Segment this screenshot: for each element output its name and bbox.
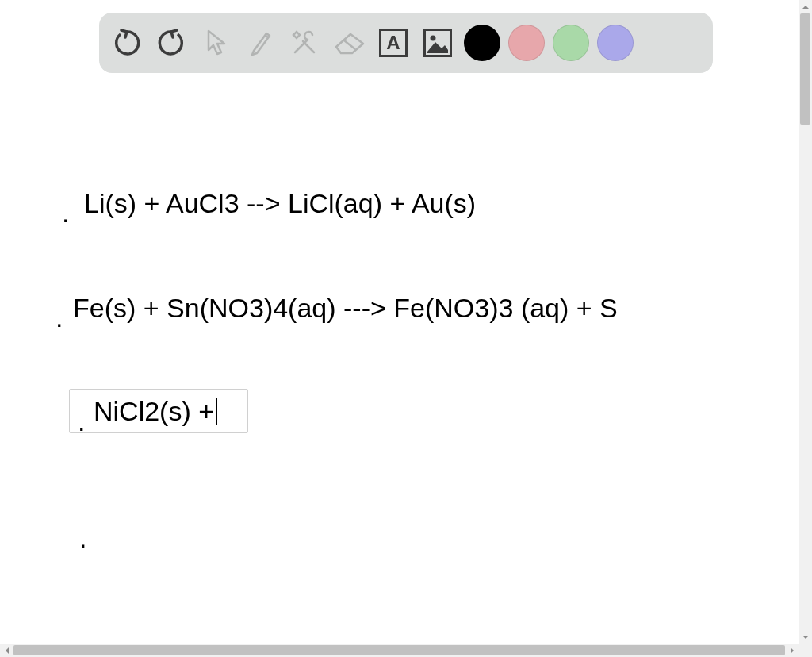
equation-2[interactable]: Fe(s) + Sn(NO3)4(aq) ---> Fe(NO3)3 (aq) …: [73, 294, 618, 323]
redo-icon: [156, 28, 186, 58]
color-green-swatch: [553, 25, 589, 61]
horizontal-scrollbar[interactable]: [0, 644, 799, 657]
equation-1[interactable]: Li(s) + AuCl3 --> LiCl(aq) + Au(s): [84, 189, 476, 218]
chevron-down-icon: [802, 633, 810, 641]
svg-point-2: [431, 36, 436, 41]
vertical-scroll-thumb[interactable]: [800, 13, 810, 125]
chevron-left-icon: [3, 647, 11, 655]
svg-line-1: [344, 40, 355, 49]
text-icon-label: A: [386, 32, 400, 54]
undo-button[interactable]: [107, 17, 147, 68]
color-purple-swatch: [597, 25, 634, 61]
horizontal-scroll-thumb[interactable]: [13, 645, 785, 655]
eraser-icon: [331, 29, 366, 56]
pointer-button[interactable]: [196, 17, 236, 68]
undo-icon: [112, 28, 142, 58]
color-pink-button[interactable]: [507, 17, 546, 68]
color-green-button[interactable]: [551, 17, 591, 68]
pencil-button[interactable]: [240, 17, 280, 68]
image-icon: [423, 29, 452, 57]
vertical-scrollbar[interactable]: [799, 0, 812, 644]
color-purple-button[interactable]: [596, 17, 635, 68]
redo-button[interactable]: [151, 17, 191, 68]
chevron-up-icon: [802, 3, 810, 11]
equation-3[interactable]: NiCl2(s) +: [94, 397, 217, 426]
whiteboard-app: A: [0, 0, 812, 657]
tools-button[interactable]: [285, 17, 324, 68]
color-black-swatch: [464, 25, 500, 61]
toolbar: A: [99, 13, 713, 73]
scroll-area: A: [0, 0, 799, 644]
color-black-button[interactable]: [462, 17, 502, 68]
color-pink-swatch: [508, 25, 545, 61]
image-button[interactable]: [418, 17, 458, 68]
scroll-left-button[interactable]: [0, 644, 13, 657]
equation-3-text: NiCl2(s) +: [94, 396, 214, 426]
scroll-right-button[interactable]: [785, 644, 799, 657]
pencil-icon: [246, 27, 274, 59]
bullet-4: .: [79, 524, 86, 553]
text-icon: A: [379, 29, 408, 57]
pointer-icon: [202, 28, 229, 58]
eraser-button[interactable]: [329, 17, 369, 68]
text-button[interactable]: A: [373, 17, 413, 68]
chevron-right-icon: [788, 647, 796, 655]
bullet-1: .: [62, 198, 69, 228]
scroll-down-button[interactable]: [799, 630, 812, 644]
canvas[interactable]: . Li(s) + AuCl3 --> LiCl(aq) + Au(s) . F…: [0, 95, 799, 644]
tools-icon: [289, 27, 320, 59]
bullet-2: .: [56, 303, 63, 332]
bullet-3: .: [78, 407, 85, 436]
scrollbar-corner: [799, 644, 812, 657]
scroll-up-button[interactable]: [799, 0, 812, 13]
text-cursor: [216, 398, 217, 425]
